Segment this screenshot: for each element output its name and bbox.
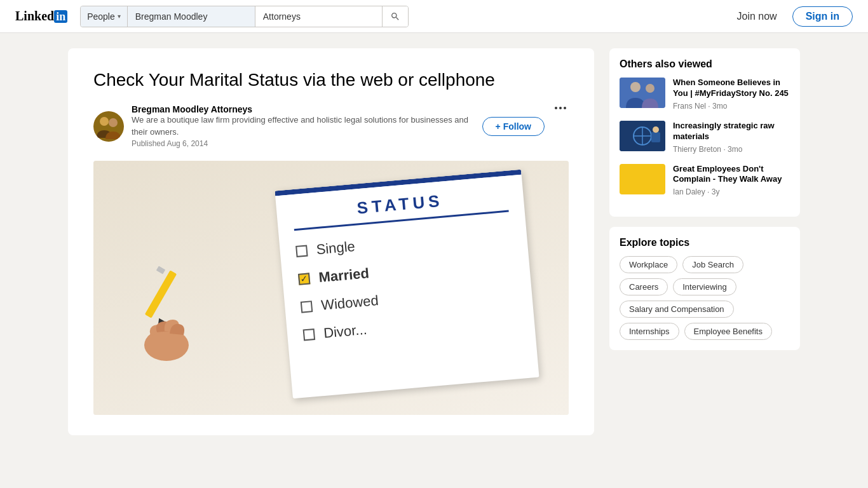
join-now-button[interactable]: Join now xyxy=(729,7,785,26)
topics-grid: WorkplaceJob SearchCareersInterviewingSa… xyxy=(620,256,790,340)
form-option-single: Single xyxy=(295,224,512,259)
search-bar: People ▾ xyxy=(80,6,409,27)
related-author-2: Thierry Breton xyxy=(673,145,721,154)
svg-rect-11 xyxy=(620,78,665,108)
article-image: STATUS Single ✓ Married xyxy=(93,161,569,415)
thumb-image-1 xyxy=(620,78,665,108)
related-title-3: Great Employees Don't Complain - They Wa… xyxy=(673,164,790,186)
article-section: Check Your Marital Status via the web or… xyxy=(68,48,594,435)
sidebar: Others also viewed xyxy=(609,48,800,435)
checkbox-married: ✓ xyxy=(298,273,311,285)
header-actions: Join now Sign in xyxy=(729,6,853,27)
sign-in-button[interactable]: Sign in xyxy=(792,6,853,27)
topic-tag-4[interactable]: Salary and Compensation xyxy=(620,301,734,318)
related-dot-3: · xyxy=(707,187,712,196)
status-form-image: STATUS Single ✓ Married xyxy=(93,161,569,415)
option-single-label: Single xyxy=(316,238,356,258)
others-also-viewed-section: Others also viewed xyxy=(609,48,800,217)
related-article-1[interactable]: When Someone Believes in You | #MyFriday… xyxy=(620,78,790,111)
search-icon xyxy=(390,11,400,22)
related-article-3[interactable]: Great Employees Don't Complain - They Wa… xyxy=(620,164,790,197)
svg-rect-16 xyxy=(651,132,660,142)
form-paper: STATUS Single ✓ Married xyxy=(275,169,539,398)
related-author-1: Frans Nel xyxy=(673,102,706,111)
related-title-2: Increasingly strategic raw materials xyxy=(673,121,790,142)
main-content: Check Your Marital Status via the web or… xyxy=(53,33,815,451)
svg-point-17 xyxy=(653,126,659,133)
form-option-widowed: Widowed xyxy=(300,280,516,315)
related-time-2: 3mo xyxy=(728,145,742,154)
explore-topics-title: Explore topics xyxy=(620,237,790,248)
more-dots-icon xyxy=(555,107,566,109)
related-thumb-3 xyxy=(620,164,665,194)
related-thumb-1 xyxy=(620,78,665,108)
author-avatar xyxy=(93,111,124,142)
thumb-blue-svg xyxy=(620,121,665,151)
logo-in: in xyxy=(54,10,67,23)
published-date: Published Aug 6, 2014 xyxy=(132,139,475,148)
related-article-2[interactable]: Increasingly strategic raw materials Thi… xyxy=(620,121,790,154)
checkbox-widowed xyxy=(301,301,313,313)
search-keyword-input[interactable] xyxy=(128,11,255,22)
search-filter-input[interactable] xyxy=(255,6,382,27)
related-meta-2: Thierry Breton · 3mo xyxy=(673,145,790,154)
svg-rect-4 xyxy=(145,270,177,318)
header: Linkedin Linkedin People ▾ Join now Sign… xyxy=(0,0,868,33)
thumb-people-svg xyxy=(620,78,665,108)
article-title: Check Your Marital Status via the web or… xyxy=(93,69,569,92)
search-category-dropdown[interactable]: People ▾ xyxy=(81,6,128,27)
author-info: Bregman Moodley Attorneys We are a bouti… xyxy=(132,104,475,147)
also-viewed-title: Others also viewed xyxy=(620,58,790,70)
article-meta: Bregman Moodley Attorneys We are a bouti… xyxy=(93,104,569,147)
related-meta-1: Frans Nel · 3mo xyxy=(673,102,790,111)
author-desc: We are a boutique law firm providing eff… xyxy=(132,114,475,137)
related-time-3: 3y xyxy=(712,187,720,196)
search-button[interactable] xyxy=(382,6,408,27)
related-thumb-2 xyxy=(620,121,665,151)
thumb-image-3 xyxy=(620,164,665,194)
form-options: Single ✓ Married Widowed xyxy=(295,224,519,343)
explore-topics-section: Explore topics WorkplaceJob SearchCareer… xyxy=(609,227,800,350)
checkbox-divorced xyxy=(303,329,316,341)
checkbox-single xyxy=(295,245,308,257)
related-info-2: Increasingly strategic raw materials Thi… xyxy=(673,121,790,154)
follow-button[interactable]: + Follow xyxy=(482,117,545,136)
topic-tag-3[interactable]: Interviewing xyxy=(673,278,736,295)
option-married-label: Married xyxy=(318,265,370,286)
chevron-down-icon: ▾ xyxy=(118,13,121,20)
search-category-label: People xyxy=(87,11,115,22)
svg-point-2 xyxy=(100,117,109,126)
form-option-divorced: Divor... xyxy=(302,308,519,343)
hand-pencil-image xyxy=(112,262,240,377)
topic-tag-5[interactable]: Internships xyxy=(620,323,679,340)
topic-tag-0[interactable]: Workplace xyxy=(620,256,677,273)
form-option-married: ✓ Married xyxy=(298,252,514,287)
topic-tag-1[interactable]: Job Search xyxy=(682,256,743,273)
option-divorced-label: Divor... xyxy=(323,322,367,342)
related-meta-3: Ian Daley · 3y xyxy=(673,187,790,196)
linkedin-logo[interactable]: Linkedin Linkedin xyxy=(15,9,67,24)
option-widowed-label: Widowed xyxy=(320,292,379,314)
svg-rect-6 xyxy=(156,266,165,274)
logo-linked: Linked xyxy=(15,9,54,23)
related-info-3: Great Employees Don't Complain - They Wa… xyxy=(673,164,790,197)
related-title-1: When Someone Believes in You | #MyFriday… xyxy=(673,78,790,99)
form-status-title: STATUS xyxy=(292,186,508,231)
related-author-3: Ian Daley xyxy=(673,187,705,196)
related-time-1: 3mo xyxy=(712,102,727,111)
author-name: Bregman Moodley Attorneys xyxy=(132,104,475,114)
topic-tag-2[interactable]: Careers xyxy=(620,278,668,295)
more-options-button[interactable] xyxy=(552,104,569,112)
svg-point-3 xyxy=(109,118,118,127)
thumb-image-2 xyxy=(620,121,665,151)
author-avatar-image xyxy=(93,111,124,142)
related-info-1: When Someone Believes in You | #MyFriday… xyxy=(673,78,790,111)
topic-tag-6[interactable]: Employee Benefits xyxy=(684,323,772,340)
